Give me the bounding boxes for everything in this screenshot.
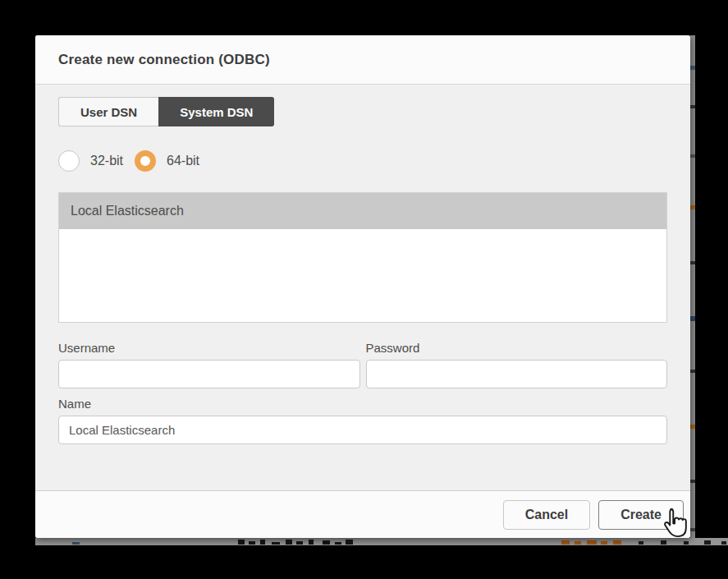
name-field-group: Name [58, 397, 667, 444]
dsn-listbox[interactable]: Local Elasticsearch [58, 192, 667, 323]
radio-option-32bit[interactable]: 32-bit [58, 150, 123, 172]
list-item-dsn[interactable]: Local Elasticsearch [59, 193, 666, 229]
background-artifact [613, 540, 621, 545]
radio-32bit-label: 32-bit [90, 154, 123, 168]
tab-system-dsn[interactable]: System DSN [158, 97, 274, 126]
name-input[interactable] [58, 416, 667, 444]
background-artifact [704, 540, 711, 545]
background-artifact [346, 540, 353, 545]
background-artifact [238, 540, 245, 545]
background-artifact [601, 541, 607, 545]
radio-selected-icon[interactable] [135, 150, 156, 172]
cancel-button[interactable]: Cancel [503, 500, 590, 530]
background-artifact [690, 261, 695, 264]
background-artifact [335, 542, 341, 545]
background-artifact [684, 541, 689, 545]
background-artifact [561, 540, 570, 545]
background-artifact [690, 205, 695, 209]
background-artifact [690, 528, 695, 531]
tab-user-dsn[interactable]: User DSN [58, 97, 158, 126]
radio-option-64bit[interactable]: 64-bit [135, 150, 199, 172]
background-artifact [249, 541, 255, 545]
background-artifact [690, 105, 695, 108]
background-artifact [690, 316, 695, 321]
dialog-title: Create new connection (ODBC) [58, 52, 270, 68]
background-artifact [272, 542, 280, 545]
username-label: Username [58, 341, 360, 355]
background-artifact [323, 540, 330, 545]
background-page-edge [690, 35, 695, 545]
radio-64bit-label: 64-bit [167, 154, 199, 168]
background-artifact [587, 540, 597, 545]
architecture-radio-group: 32-bit 64-bit [58, 150, 667, 172]
background-artifact [309, 540, 314, 545]
name-label: Name [58, 397, 667, 411]
password-input[interactable] [366, 360, 668, 388]
background-artifact [639, 541, 643, 545]
dialog-footer: Cancel Create [35, 490, 690, 538]
background-artifact [661, 540, 666, 545]
create-button[interactable]: Create [598, 500, 684, 530]
background-artifact [286, 540, 292, 545]
background-artifact [72, 542, 80, 545]
dialog-body: User DSN System DSN 32-bit 64-bit Local … [35, 85, 690, 444]
username-input[interactable] [58, 360, 360, 388]
password-label: Password [366, 341, 668, 355]
background-artifact [296, 541, 303, 545]
background-page-strip [35, 538, 728, 545]
background-artifact [575, 541, 581, 545]
dialog-header: Create new connection (ODBC) [35, 35, 690, 85]
background-artifact [721, 541, 726, 545]
background-artifact [690, 154, 695, 158]
username-field-group: Username [58, 341, 360, 388]
background-artifact [690, 66, 695, 70]
background-artifact [690, 480, 695, 483]
dsn-tabs: User DSN System DSN [58, 97, 274, 126]
credentials-row: Username Password [58, 341, 667, 388]
radio-unselected-icon[interactable] [58, 150, 80, 172]
background-artifact [260, 540, 265, 545]
password-field-group: Password [366, 341, 668, 388]
background-artifact [690, 425, 695, 429]
create-connection-dialog: Create new connection (ODBC) User DSN Sy… [35, 35, 690, 538]
background-artifact [690, 370, 695, 373]
